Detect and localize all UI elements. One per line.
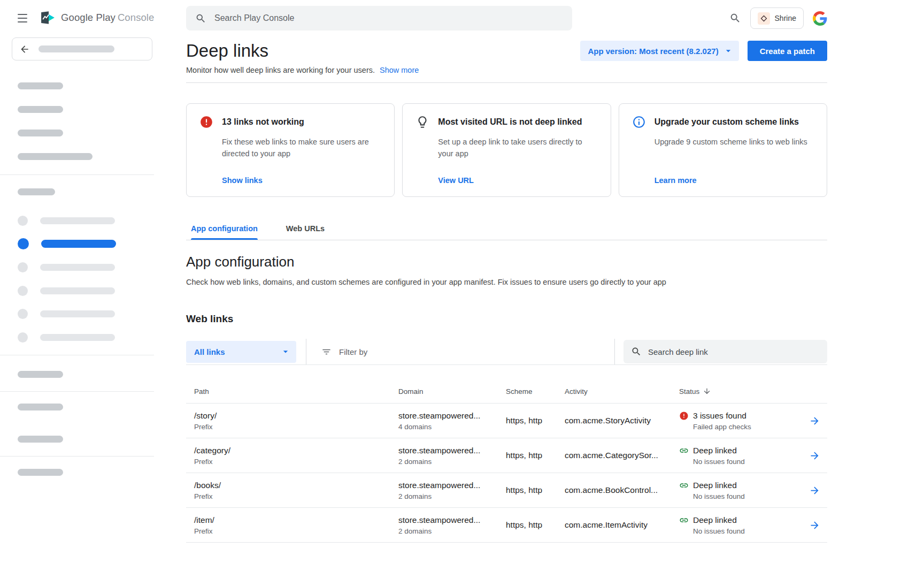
app-version-dropdown[interactable]: App version: Most recent (8.2.027) [580, 41, 738, 61]
deep-link-search[interactable] [623, 340, 827, 363]
card-body: Fix these web links to make sure users a… [222, 136, 381, 160]
open-link-details-button[interactable] [807, 413, 822, 429]
status-badge: Deep linked [679, 515, 802, 525]
skeleton-bar[interactable] [18, 130, 63, 136]
back-app-selector[interactable] [12, 37, 152, 60]
table-row[interactable]: /item/Prefix store.steampowered...2 doma… [186, 508, 827, 543]
table-header-row: Path Domain Scheme Activity Status [186, 365, 827, 404]
open-link-details-button[interactable] [807, 448, 822, 463]
deep-link-search-input[interactable] [648, 347, 820, 356]
divider [306, 339, 306, 364]
play-console-logo-icon [40, 11, 56, 25]
path-value: /item/ [194, 515, 398, 525]
open-link-details-button[interactable] [807, 483, 822, 498]
status-detail: No issues found [693, 492, 802, 500]
scheme-value: https, http [506, 416, 565, 425]
divider [0, 456, 154, 457]
domain-count: 4 domains [398, 423, 506, 431]
skeleton-bar [40, 310, 115, 317]
status-badge: Deep linked [679, 481, 802, 490]
domain-value: store.steampowered... [398, 515, 506, 525]
filter-by-button[interactable]: Filter by [321, 347, 367, 357]
arrow-forward-icon [809, 415, 820, 427]
sidebar-item[interactable] [18, 308, 115, 320]
search-icon [631, 346, 642, 357]
table-row[interactable]: /category/Prefix store.steampowered...2 … [186, 438, 827, 473]
card-most-visited-url: Most visited URL is not deep linked Set … [402, 103, 611, 197]
path-value: /story/ [194, 411, 398, 421]
table-row[interactable]: /story/Prefix store.steampowered...4 dom… [186, 404, 827, 438]
global-search[interactable] [186, 6, 572, 31]
skeleton-bar[interactable] [18, 106, 63, 113]
column-header-path: Path [194, 387, 398, 396]
path-type: Prefix [194, 423, 398, 431]
skeleton-bar[interactable] [18, 82, 63, 89]
search-icon [195, 13, 206, 24]
sidebar-item[interactable] [18, 262, 115, 273]
sidebar-item[interactable] [18, 285, 115, 296]
menu-icon[interactable] [18, 14, 28, 22]
table-row[interactable]: /books/Prefix store.steampowered...2 dom… [186, 473, 827, 508]
sidebar-item[interactable] [18, 215, 115, 226]
deep-linked-icon [679, 446, 689, 455]
error-icon [199, 115, 213, 129]
tab-web-urls[interactable]: Web URLs [286, 220, 325, 240]
skeleton-bar[interactable] [18, 436, 63, 443]
shrine-app-icon [758, 12, 770, 25]
app-configuration-section: App configuration Check how web links, d… [186, 254, 827, 286]
show-more-link[interactable]: Show more [380, 66, 419, 74]
tab-app-configuration[interactable]: App configuration [191, 220, 258, 240]
show-links-link[interactable]: Show links [222, 176, 381, 185]
activity-value: com.acme.BookControl... [565, 485, 679, 495]
activity-value: com.acme.StoryActivity [565, 416, 679, 425]
column-header-activity: Activity [565, 387, 679, 396]
status-badge: Deep linked [679, 446, 802, 455]
play-console-deep-links-page: Google PlayConsole [0, 0, 924, 578]
skeleton-bar[interactable] [18, 153, 93, 160]
status-text: Deep linked [693, 481, 737, 490]
global-search-input[interactable] [214, 13, 563, 23]
status-text: Deep linked [693, 515, 737, 525]
column-header-status[interactable]: Status [679, 387, 802, 396]
filter-icon [321, 347, 332, 357]
skeleton-bar[interactable] [18, 404, 63, 410]
activity-value: com.acme.ItemActivity [565, 520, 679, 530]
search-icon-button[interactable] [729, 12, 741, 24]
skeleton-icon [18, 216, 28, 226]
links-filter-dropdown[interactable]: All links [186, 341, 296, 363]
chevron-down-icon [280, 346, 291, 357]
sidebar: Google PlayConsole [0, 0, 154, 578]
activity-value: com.acme.CategorySor... [565, 451, 679, 460]
domain-value: store.steampowered... [398, 481, 506, 490]
play-console-logo[interactable]: Google PlayConsole [40, 11, 154, 25]
page-header: Deep links App version: Most recent (8.2… [186, 41, 827, 83]
page-title: Deep links [186, 41, 268, 61]
app-switcher-button[interactable]: Shrine [750, 7, 804, 29]
skeleton-bar[interactable] [18, 371, 63, 378]
create-patch-button[interactable]: Create a patch [748, 41, 827, 61]
top-bar-actions: Shrine [729, 7, 827, 29]
learn-more-link[interactable]: Learn more [654, 176, 814, 185]
section-title: App configuration [186, 254, 827, 270]
view-url-link[interactable]: View URL [438, 176, 597, 185]
sidebar-item[interactable] [18, 332, 115, 343]
scheme-value: https, http [506, 451, 565, 460]
path-value: /category/ [194, 446, 398, 455]
page-subtitle: Monitor how well deep links are working … [186, 66, 827, 74]
skeleton-icon [18, 332, 28, 343]
sort-descending-icon [703, 387, 711, 396]
open-link-details-button[interactable] [807, 518, 822, 533]
web-links-section: Web links All links Filter by [186, 313, 827, 543]
card-upgrade-custom-schemes: Upgrade your custom scheme links Upgrade… [619, 103, 827, 197]
skeleton-bar[interactable] [18, 469, 63, 476]
info-icon [632, 115, 646, 129]
scheme-value: https, http [506, 520, 565, 530]
sidebar-item-deep-links-active[interactable] [18, 238, 116, 249]
error-icon [679, 411, 689, 421]
domain-value: store.steampowered... [398, 446, 506, 455]
search-icon [729, 12, 741, 24]
path-type: Prefix [194, 527, 398, 535]
skeleton-bar [40, 334, 115, 341]
google-account-avatar[interactable] [813, 11, 827, 26]
skeleton-bar [40, 287, 115, 294]
